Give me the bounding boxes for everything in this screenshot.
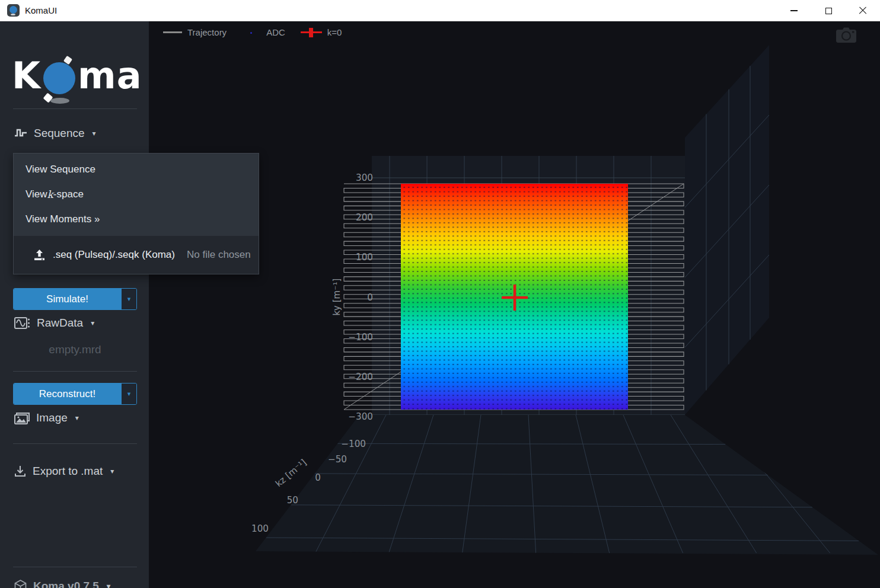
ky-axis-tick: 0 [367, 292, 373, 303]
sidebar-item-export-mat[interactable]: Export to .mat ▾ [14, 465, 114, 478]
kspace-3d-plot[interactable]: 3002001000−100−200−300ky [m⁻¹]−100−50050… [149, 21, 880, 588]
legend-k0-label: k=0 [327, 27, 342, 37]
sidebar: K ma Sequence ▾ Simulate! ▾ RawData ▾ em… [0, 21, 149, 588]
version-label: Koma v0.7.5 [33, 580, 99, 588]
sidebar-item-image[interactable]: Image ▾ [14, 411, 79, 424]
export-label: Export to .mat [33, 465, 103, 478]
maximize-button[interactable] [811, 0, 846, 21]
window-title: KomaUI [25, 5, 57, 15]
chevron-down-icon: ▾ [93, 129, 96, 138]
rawdata-filename: empty.mrd [13, 343, 137, 356]
menu-item-view-kspace[interactable]: View k-space [14, 182, 259, 207]
camera-icon [834, 26, 857, 45]
globe-icon [43, 62, 75, 94]
image-label: Image [36, 411, 68, 424]
rightwall-pane [685, 45, 769, 415]
legend-item-trajectory[interactable]: Trajectory [163, 27, 227, 37]
legend-item-k0[interactable]: k=0 [301, 27, 342, 37]
ky-axis-tick: −300 [348, 411, 373, 422]
legend-adc-label: ADC [266, 27, 285, 37]
chevron-down-icon: ▾ [107, 582, 110, 588]
chevron-down-icon: ▾ [91, 319, 94, 327]
simulate-button[interactable]: Simulate! ▾ [13, 288, 137, 310]
k0-cross-swatch [301, 28, 322, 37]
menu-item-view-moments[interactable]: View Moments » [14, 207, 259, 232]
app-icon [7, 4, 20, 17]
close-icon [859, 7, 867, 15]
ky-axis-tick: −200 [348, 372, 373, 382]
package-icon [14, 580, 27, 588]
reconstruct-dropdown-toggle[interactable]: ▾ [121, 384, 136, 404]
upload-icon [33, 249, 46, 261]
adc-dot-swatch [242, 28, 261, 37]
divider [13, 443, 137, 444]
ky-axis-tick: 100 [356, 252, 373, 263]
upload-status: No file chosen [187, 249, 251, 261]
ky-axis-tick: 300 [356, 172, 373, 183]
rawdata-label: RawData [37, 317, 83, 330]
minimize-button[interactable] [777, 0, 811, 21]
simulate-button-label[interactable]: Simulate! [14, 289, 121, 309]
chevron-down-icon: ▾ [110, 467, 114, 475]
sidebar-item-sequence[interactable]: Sequence ▾ [14, 127, 96, 140]
kz-axis-tick: 0 [315, 472, 321, 483]
window-titlebar: KomaUI [0, 0, 880, 21]
trajectory-line-swatch [163, 31, 182, 33]
sequence-pulse-icon [14, 128, 27, 139]
upload-label: .seq (Pulseq)/.seqk (Koma) [53, 249, 175, 261]
reconstruct-button[interactable]: Reconstruct! ▾ [13, 383, 137, 405]
rawdata-scope-icon [14, 317, 30, 329]
legend-trajectory-label: Trajectory [187, 27, 227, 37]
chevron-down-icon: ▾ [75, 414, 79, 422]
divider [13, 567, 137, 567]
version-selector[interactable]: Koma v0.7.5 ▾ [14, 580, 110, 588]
download-icon [14, 465, 26, 477]
ky-axis-title: ky [m⁻¹] [331, 279, 342, 316]
menu-item-view-sequence[interactable]: View Sequence [14, 157, 259, 182]
plot-legend: Trajectory ADC k=0 [163, 27, 342, 37]
simulate-dropdown-toggle[interactable]: ▾ [121, 289, 136, 309]
math-k-glyph: k [47, 188, 53, 200]
logo-letters-ma: ma [78, 54, 142, 97]
kz-axis-tick: −50 [328, 454, 347, 465]
kz-axis-tick: −100 [341, 439, 366, 449]
download-plot-camera-button[interactable] [834, 26, 857, 45]
ky-axis-tick: 200 [356, 212, 373, 223]
sequence-dropdown-menu: View Sequence View k-space View Moments … [13, 153, 259, 274]
kz-axis-title: kz [m⁻¹] [273, 457, 308, 489]
floor-pane [256, 415, 878, 555]
kspace-plot-panel: 3002001000−100−200−300ky [m⁻¹]−100−50050… [149, 21, 880, 588]
seq-file-upload[interactable]: .seq (Pulseq)/.seqk (Koma) No file chose… [14, 236, 259, 274]
reconstruct-button-label[interactable]: Reconstruct! [14, 384, 121, 404]
image-icon [14, 412, 30, 424]
divider [13, 371, 137, 372]
sidebar-item-rawdata[interactable]: RawData ▾ [14, 317, 94, 330]
sequence-label: Sequence [34, 127, 85, 140]
legend-item-adc[interactable]: ADC [242, 27, 285, 37]
ky-axis-tick: −100 [348, 332, 373, 343]
kz-axis-tick: 50 [287, 495, 298, 506]
logo-letter-k: K [12, 54, 41, 97]
kz-axis-tick: 100 [251, 523, 269, 534]
close-button[interactable] [846, 0, 880, 21]
minimize-icon [790, 10, 798, 11]
divider [13, 108, 137, 109]
maximize-icon [825, 8, 832, 14]
koma-logo: K ma [12, 50, 142, 101]
